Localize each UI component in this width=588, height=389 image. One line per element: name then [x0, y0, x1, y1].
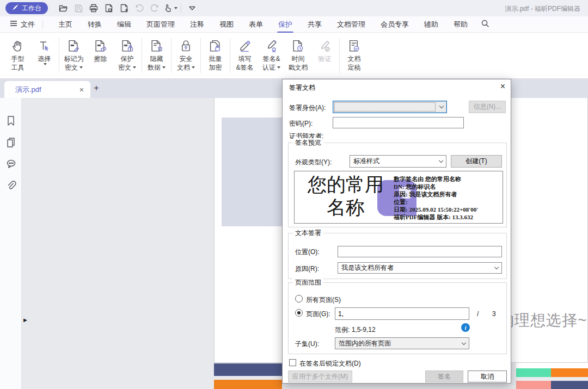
search-icon[interactable] [481, 19, 489, 29]
stripe-navy-right [551, 381, 588, 389]
toolbar-fill-sign[interactable]: 填写 &签名 [231, 36, 258, 72]
all-pages-label: 所有页面(S) [306, 295, 341, 305]
example-label: 范例: 1,5-9,12 [335, 325, 376, 335]
print-icon[interactable] [86, 2, 101, 14]
reason-label: 原因(R): [295, 264, 319, 274]
toolbar-sign-certify[interactable]: 签名& 认证 [258, 36, 285, 72]
range-group-legend: 页面范围 [293, 278, 323, 287]
pages-radio[interactable] [295, 309, 303, 317]
all-pages-radio[interactable] [295, 295, 303, 302]
toolbar-hand-tool[interactable]: 手型 工具 [4, 36, 31, 72]
fill-sign-pen-icon [238, 37, 252, 54]
menu-tab-accessibility[interactable]: 辅助 [424, 20, 438, 29]
workspace-label: 工作台 [22, 4, 41, 13]
dropdown-caret-icon [162, 66, 166, 69]
security-lock-icon [179, 37, 193, 54]
location-input[interactable] [338, 246, 502, 257]
menu-tab-share[interactable]: 共享 [308, 20, 322, 29]
password-input[interactable] [333, 117, 464, 128]
toolbar-mark-redaction[interactable]: 标记为 密文 [60, 36, 87, 72]
batch-encrypt-icon [209, 37, 222, 54]
new-tab-button[interactable]: + [94, 83, 99, 94]
menu-tab-member[interactable]: 会员专享 [381, 20, 409, 29]
page-image-placeholder [222, 118, 282, 226]
stripe-orange-left [214, 380, 282, 389]
certify-pen-icon [265, 37, 278, 54]
attachments-panel-icon[interactable] [6, 181, 16, 193]
create-button[interactable]: 创建(T) [451, 155, 502, 168]
signature-name: 您的常用 名称 [298, 174, 394, 219]
stripe-orange-right [551, 368, 588, 377]
toolbar-finalize-document[interactable]: 文档 定稿 [341, 36, 367, 72]
pages-panel-icon[interactable] [6, 137, 16, 150]
dropdown-caret-icon [79, 66, 83, 69]
toolbar-protect-redaction[interactable]: 保护 密文 [114, 36, 140, 72]
reason-combobox[interactable]: 我是该文档所有者 [338, 262, 502, 274]
dialog-close-icon[interactable]: × [500, 82, 505, 91]
menu-tab-home[interactable]: 主页 [58, 20, 72, 29]
text-group-legend: 文本签署 [293, 229, 323, 238]
dropdown-caret-icon [192, 66, 195, 69]
open-folder-icon[interactable] [56, 2, 71, 14]
menu-tab-protect[interactable]: 保护 [278, 20, 292, 29]
print-preview-icon[interactable] [101, 2, 117, 14]
sign-button: 签名 [425, 371, 463, 382]
toolbar-expand-icon[interactable] [185, 2, 200, 14]
menu-tab-comment[interactable]: 注释 [190, 20, 204, 29]
navigation-sidebar [0, 98, 22, 389]
ribbon-toolbar: 手型 工具 选择 标记为 密文 擦除 [0, 33, 588, 79]
toolbar-erase[interactable]: 擦除 [87, 36, 114, 63]
titlebar: 工作台 演示.pdf - 福昕PDF编辑器 [0, 0, 588, 16]
toolbar-select[interactable]: 选择 [31, 36, 58, 65]
hide-data-icon [150, 37, 163, 54]
stripe-pink-right [516, 381, 551, 389]
info-icon[interactable]: i [461, 323, 470, 332]
toolbar-secure-document[interactable]: 安全 文档 [173, 36, 199, 72]
menu-tab-convert[interactable]: 转换 [88, 20, 102, 29]
dialog-title: 签署文档 [289, 83, 315, 92]
pages-input[interactable] [335, 307, 469, 320]
pdf-page-right-edge [516, 363, 588, 368]
text-sign-group: 文本签署 位置(O): 原因(R): 我是该文档所有者 [288, 233, 507, 279]
verify-pen-icon [318, 37, 332, 54]
dropdown-caret-icon [174, 7, 177, 9]
appearance-combobox[interactable]: 标准样式 [350, 155, 446, 168]
menu-tab-doc-manage[interactable]: 文档管理 [337, 20, 365, 29]
sign-as-combobox[interactable] [333, 101, 447, 113]
dropdown-caret-icon [133, 66, 136, 69]
window-title: 演示.pdf - 福昕PDF编辑器 [505, 4, 580, 14]
dropdown-caret-icon [277, 66, 280, 69]
toolbar-timestamp-document[interactable]: 时间 戳文档 [285, 36, 311, 72]
menu-tab-form[interactable]: 表单 [249, 20, 263, 29]
page-text: 的理想选择~ [499, 310, 587, 331]
tab-title: 演示.pdf [15, 85, 79, 95]
finalize-doc-icon [347, 37, 361, 54]
bookmarks-panel-icon[interactable] [6, 115, 16, 128]
lock-after-sign-checkbox[interactable] [289, 359, 296, 366]
tab-close-icon[interactable]: × [79, 85, 84, 94]
caret-down-icon [462, 340, 466, 344]
toolbar-verify: 验证 [311, 36, 338, 63]
workspace-button[interactable]: 工作台 [5, 2, 48, 14]
apply-multiple-button: 应用于多个文件(M) [288, 371, 352, 382]
menu-tab-help[interactable]: 帮助 [454, 20, 468, 29]
menu-tab-view[interactable]: 视图 [219, 20, 234, 29]
toolbar-hide-data[interactable]: 隐藏 数据 [143, 36, 170, 72]
subset-combobox[interactable]: 范围内的所有页面 [335, 337, 469, 349]
add-page-icon[interactable] [117, 2, 132, 14]
cancel-button[interactable]: 取消 [468, 371, 507, 382]
menu-file[interactable]: 文件 [10, 20, 35, 29]
hand-icon [11, 37, 24, 54]
menu-tab-page-manage[interactable]: 页面管理 [146, 20, 175, 29]
pen-logo-icon [12, 4, 19, 13]
sidebar-expand-icon[interactable]: ► [22, 317, 28, 323]
stripe-gap-right [516, 377, 588, 381]
document-tab[interactable]: 演示.pdf × [4, 81, 90, 98]
menu-tab-edit[interactable]: 编辑 [117, 20, 131, 29]
toolbar-batch-encrypt[interactable]: 批量 加密 [202, 36, 229, 72]
touch-mode-icon[interactable] [162, 2, 177, 14]
comments-panel-icon[interactable] [6, 159, 16, 171]
signature-preview: 您的常用 名称 数字签名由 您的常用名称 DN: 您的标识名 原因: 我是该文档… [294, 171, 503, 224]
undo-icon [132, 2, 147, 14]
total-pages: 3 [492, 310, 496, 318]
